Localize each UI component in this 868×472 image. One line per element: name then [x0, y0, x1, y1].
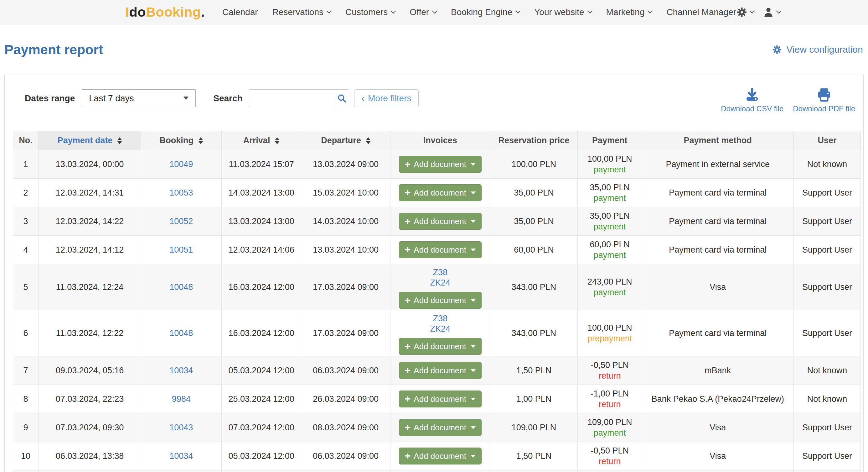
arrival-cell: 16.03.2024 12:00	[221, 310, 301, 356]
sort-icon[interactable]	[117, 137, 122, 144]
booking-link[interactable]: 10048	[169, 283, 193, 292]
sort-icon[interactable]	[198, 137, 203, 144]
nav-icon-area	[736, 7, 781, 18]
column-header-payment-method: Payment method	[642, 131, 794, 150]
user-cell: Support User	[794, 264, 861, 310]
chevron-down-icon	[776, 8, 782, 14]
caret-down-icon	[471, 163, 476, 166]
payment-amount: -1,00 PLN	[578, 388, 642, 399]
booking-link[interactable]: 10048	[169, 328, 193, 338]
add-document-button[interactable]: + Add document	[399, 213, 482, 230]
caret-down-icon	[471, 248, 476, 252]
payment-date-cell: 12.03.2024, 14:31	[38, 179, 141, 207]
column-header-payment-date[interactable]: Payment date	[38, 131, 141, 150]
reservation-price-cell: 343,00 PLN	[490, 264, 578, 310]
chevron-down-icon	[391, 8, 396, 14]
booking-link[interactable]: 10049	[169, 159, 193, 169]
download-icon	[745, 87, 760, 102]
column-header-booking[interactable]: Booking	[141, 131, 221, 150]
nav-item-booking-engine[interactable]: Booking Engine	[451, 7, 520, 17]
payment-cell: 35,00 PLN payment	[578, 179, 642, 207]
idobooking-logo[interactable]: IdoBooking.	[125, 4, 205, 20]
user-cell: Support User	[794, 207, 861, 236]
payment-kind: payment	[578, 427, 642, 438]
search-input[interactable]	[249, 89, 335, 107]
table-row: 4 12.03.2024, 14:12 10051 12.03.2024 14:…	[13, 236, 861, 264]
departure-cell: 17.03.2024 09:00	[301, 310, 390, 356]
booking-link[interactable]: 10052	[169, 216, 193, 226]
caret-down-icon	[471, 398, 476, 401]
add-document-button[interactable]: + Add document	[399, 184, 482, 201]
booking-link[interactable]: 10051	[169, 245, 193, 255]
payment-method-cell: Payment card via terminal	[642, 236, 794, 264]
user-cell: Support User	[794, 236, 861, 264]
add-document-button[interactable]: + Add document	[399, 338, 482, 355]
add-document-label: Add document	[414, 423, 466, 433]
add-document-button[interactable]: + Add document	[399, 447, 482, 465]
invoice-link[interactable]: ZK24	[391, 324, 490, 334]
nav-item-your-website[interactable]: Your website	[534, 7, 591, 17]
download-pdf-button[interactable]: Download PDF file	[793, 87, 855, 113]
payment-method-cell: Visa	[642, 264, 794, 310]
invoice-link[interactable]: Z38	[391, 267, 490, 278]
column-label: Booking	[160, 136, 193, 145]
sort-icon[interactable]	[275, 137, 279, 144]
payment-kind: prepayment	[578, 333, 642, 344]
select-caret-icon	[184, 96, 188, 100]
booking-link[interactable]: 10043	[169, 423, 193, 432]
view-configuration-label: View configuration	[786, 44, 863, 55]
add-document-button[interactable]: + Add document	[399, 390, 482, 407]
caret-down-icon	[471, 369, 476, 372]
nav-item-channel-manager[interactable]: Channel Manager	[666, 7, 736, 17]
nav-item-customers[interactable]: Customers	[345, 7, 395, 17]
booking-link[interactable]: 10034	[169, 451, 193, 461]
nav-menu: Calendar Reservations Customers Offer Bo…	[222, 7, 736, 17]
nav-item-marketing[interactable]: Marketing	[606, 7, 652, 17]
payment-cell: 109,00 PLN payment	[578, 413, 642, 442]
column-header-user: User	[794, 131, 861, 150]
invoice-link[interactable]: Z38	[391, 314, 490, 324]
add-document-button[interactable]: + Add document	[399, 292, 482, 309]
caret-down-icon	[471, 345, 476, 348]
reservation-price-cell: 343,00 PLN	[490, 310, 578, 356]
chevron-down-icon	[587, 8, 592, 14]
payment-cell: 100,00 PLN prepayment	[578, 310, 642, 356]
column-header-arrival[interactable]: Arrival	[221, 131, 301, 150]
page-header: Payment report View configuration	[0, 25, 868, 75]
nav-item-calendar[interactable]: Calendar	[222, 7, 258, 17]
row-number: 1	[13, 150, 38, 179]
add-document-button[interactable]: + Add document	[399, 241, 482, 258]
payment-kind: payment	[578, 193, 642, 203]
sort-icon[interactable]	[366, 137, 370, 144]
invoice-link[interactable]: ZK24	[391, 278, 490, 288]
payment-method-cell: Payment in external service	[642, 150, 794, 179]
user-cell: Not known	[794, 150, 861, 179]
booking-link[interactable]: 10034	[169, 366, 193, 375]
row-number: 9	[13, 413, 38, 442]
nav-item-label: Booking Engine	[451, 7, 512, 17]
settings-menu-button[interactable]	[736, 7, 754, 18]
invoices-cell: + Add document	[390, 442, 490, 470]
invoices-cell: + Add document	[390, 179, 490, 207]
payment-date-cell: 11.03.2024, 12:24	[38, 264, 141, 310]
add-document-button[interactable]: + Add document	[399, 362, 482, 379]
add-document-button[interactable]: + Add document	[399, 419, 482, 436]
user-menu-button[interactable]	[763, 7, 781, 18]
payment-amount: 60,00 PLN	[578, 239, 642, 250]
payment-amount: 100,00 PLN	[578, 323, 642, 333]
nav-item-reservations[interactable]: Reservations	[272, 7, 331, 17]
booking-link[interactable]: 10053	[169, 188, 193, 198]
more-filters-button[interactable]: ‹ More filters	[354, 89, 418, 107]
payment-report-table: No. Payment date Booking Arrival Departu…	[13, 131, 861, 472]
row-number: 6	[13, 310, 38, 356]
column-header-departure[interactable]: Departure	[301, 131, 390, 150]
nav-item-offer[interactable]: Offer	[410, 7, 436, 17]
add-document-button[interactable]: + Add document	[399, 156, 482, 173]
payment-cell: 60,00 PLN payment	[578, 236, 642, 264]
dates-range-select[interactable]: Last 7 days	[82, 89, 196, 107]
download-csv-button[interactable]: Download CSV file	[721, 87, 783, 113]
view-configuration-button[interactable]: View configuration	[772, 44, 863, 55]
search-button[interactable]	[335, 89, 349, 107]
row-number: 4	[13, 236, 38, 264]
booking-link[interactable]: 9984	[172, 394, 191, 404]
